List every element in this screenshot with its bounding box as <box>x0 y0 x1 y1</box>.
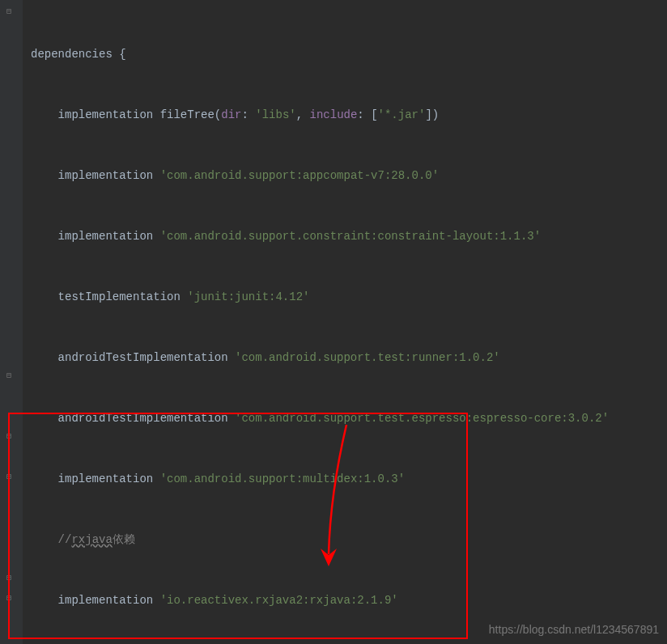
watermark-text: https://blog.csdn.net/l1234567891 <box>489 623 659 636</box>
code-line: testImplementation 'junit:junit:4.12' <box>31 287 659 307</box>
code-line: implementation 'com.android.support:appc… <box>31 166 659 186</box>
code-line: androidTestImplementation 'com.android.s… <box>31 348 659 368</box>
code-line: implementation 'com.android.support:mult… <box>31 469 659 489</box>
code-line: androidTestImplementation 'com.android.s… <box>31 409 659 429</box>
keyword: dependencies <box>31 48 113 61</box>
code-line: dependencies { <box>31 44 659 65</box>
code-content: dependencies { implementation fileTree(d… <box>31 4 659 644</box>
code-line: implementation fileTree(dir: 'libs', inc… <box>31 105 659 125</box>
code-line: implementation 'io.reactivex.rxjava2:rxj… <box>31 591 659 611</box>
code-line: //rxjava依赖 <box>31 530 659 550</box>
code-editor[interactable]: dependencies { implementation fileTree(d… <box>0 0 667 644</box>
code-line: implementation 'com.android.support.cons… <box>31 227 659 247</box>
